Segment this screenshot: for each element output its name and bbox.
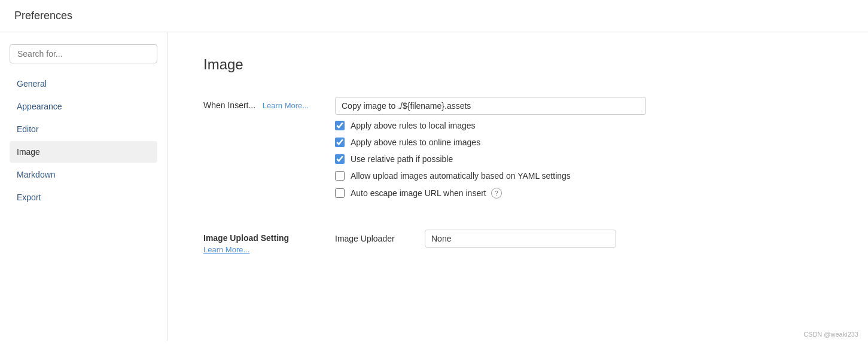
page-title: Image [203,56,832,73]
search-input[interactable] [10,44,157,63]
checkbox-local-label[interactable]: Apply above rules to local images [351,121,476,130]
when-insert-row: When Insert... Learn More... Copy image … [203,97,832,206]
image-upload-learn-more[interactable]: Learn More... [203,245,335,254]
checkbox-escape: Auto escape image URL when insert ? [335,188,694,199]
checkbox-local: Apply above rules to local images [335,121,694,130]
sidebar-nav: General Appearance Editor Image Markdown… [10,73,157,208]
sidebar: General Appearance Editor Image Markdown… [0,32,167,341]
when-insert-learn-more[interactable]: Learn More... [263,101,309,110]
sidebar-item-appearance[interactable]: Appearance [10,96,157,117]
sidebar-item-image[interactable]: Image [10,141,157,163]
checkbox-relative: Use relative path if possible [335,154,694,164]
header: Preferences [0,0,868,32]
checkbox-escape-label[interactable]: Auto escape image URL when insert [351,188,486,198]
image-uploader-dropdown[interactable]: None iPic uPic PicGo [425,230,616,248]
checkbox-relative-input[interactable] [335,154,345,164]
checkbox-relative-label[interactable]: Use relative path if possible [351,154,453,164]
when-insert-controls: Copy image to ./${filename}.assets Move … [335,97,694,206]
when-insert-label: When Insert... [203,100,255,110]
image-upload-label-group: Image Upload Setting Learn More... [203,230,335,254]
checkbox-yaml: Allow upload images automatically based … [335,171,694,181]
checkbox-local-input[interactable] [335,121,345,130]
watermark: CSDN @weaki233 [803,331,858,338]
when-insert-dropdown-wrapper: Copy image to ./${filename}.assets Move … [335,97,646,115]
sidebar-item-markdown[interactable]: Markdown [10,164,157,185]
checkbox-escape-input[interactable] [335,188,345,198]
escape-help-icon[interactable]: ? [491,188,502,199]
page-header-title: Preferences [14,10,72,22]
sidebar-item-export[interactable]: Export [10,187,157,208]
uploader-dropdown-wrapper: None iPic uPic PicGo [425,230,616,248]
sidebar-item-editor[interactable]: Editor [10,118,157,140]
checkbox-online-label[interactable]: Apply above rules to online images [351,138,480,147]
image-upload-section: Image Upload Setting Learn More... Image… [203,230,832,254]
checkbox-yaml-input[interactable] [335,171,345,181]
app-layout: General Appearance Editor Image Markdown… [0,32,868,341]
sidebar-item-general[interactable]: General [10,73,157,94]
image-upload-controls: Image Uploader None iPic uPic PicGo [335,230,694,248]
when-insert-dropdown[interactable]: Copy image to ./${filename}.assets Move … [335,97,646,115]
checkbox-yaml-label[interactable]: Allow upload images automatically based … [351,171,571,181]
main-content: Image When Insert... Learn More... Copy … [167,32,868,341]
checkbox-online-input[interactable] [335,138,345,147]
when-insert-label-group: When Insert... Learn More... [203,97,335,110]
image-upload-label: Image Upload Setting [203,233,335,243]
image-uploader-label: Image Uploader [335,234,413,243]
uploader-row: Image Uploader None iPic uPic PicGo [335,230,694,248]
checkbox-group: Apply above rules to local images Apply … [335,121,694,199]
checkbox-online: Apply above rules to online images [335,138,694,147]
image-upload-row: Image Upload Setting Learn More... Image… [203,230,832,254]
when-insert-section: When Insert... Learn More... Copy image … [203,97,832,206]
